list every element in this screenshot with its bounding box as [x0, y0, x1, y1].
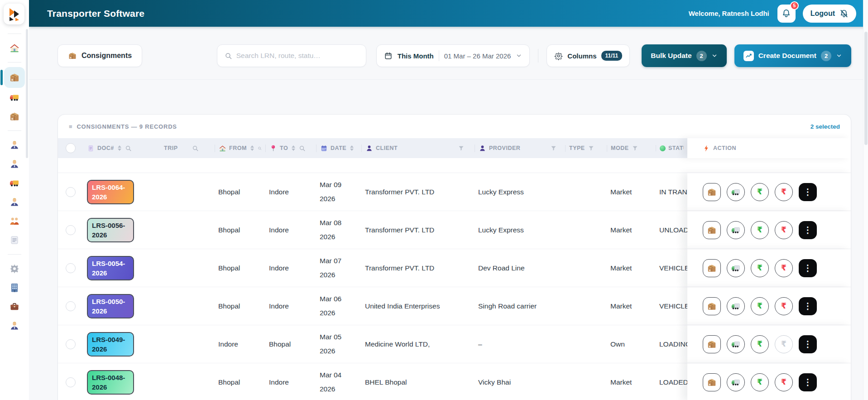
row-checkbox[interactable] — [66, 187, 76, 197]
status-cell: VEHICLE — [656, 302, 687, 310]
bulk-update-button[interactable]: Bulk Update 2 — [642, 44, 726, 67]
sidebar-item-drivers[interactable] — [4, 193, 25, 212]
table-row[interactable]: LRS-0056-2026 Bhopal Indore Mar 08 2026 … — [58, 211, 851, 249]
income-rupee-button[interactable]: ₹ — [751, 221, 769, 239]
sidebar-item-clients[interactable] — [4, 135, 25, 154]
create-document-button[interactable]: Create Document 2 — [734, 44, 851, 67]
sort-icon[interactable] — [250, 145, 254, 151]
column-header-doc[interactable]: DOC# — [83, 145, 160, 152]
vehicle-action-button[interactable] — [727, 335, 745, 353]
expense-rupee-button[interactable]: ₹ — [775, 221, 793, 239]
more-options-button[interactable]: ⋮ — [799, 373, 817, 391]
columns-button[interactable]: Columns 11/11 — [547, 44, 630, 67]
search-icon[interactable] — [125, 145, 132, 152]
row-checkbox[interactable] — [66, 225, 76, 235]
sidebar-item-company[interactable] — [4, 278, 25, 297]
income-rupee-button[interactable]: ₹ — [751, 297, 769, 315]
doc-number-badge[interactable]: LRS-0049-2026 — [87, 332, 134, 357]
expense-rupee-button[interactable]: ₹ — [775, 373, 793, 391]
sidebar-item-documents[interactable] — [4, 231, 25, 250]
notifications-button[interactable]: 5 — [777, 5, 796, 23]
package-action-button[interactable] — [703, 335, 721, 353]
sidebar-item-home[interactable] — [4, 39, 25, 58]
doc-number-badge[interactable]: LRS-0050-2026 — [87, 294, 134, 318]
doc-number-badge[interactable]: LRS-0064-2026 — [87, 180, 134, 204]
column-header-client[interactable]: CLIENT — [361, 145, 475, 152]
package-action-button[interactable] — [703, 373, 721, 391]
vehicle-action-button[interactable] — [727, 373, 745, 391]
row-checkbox[interactable] — [66, 301, 76, 311]
select-all-checkbox[interactable] — [66, 143, 76, 153]
column-header-provider[interactable]: PROVIDER — [475, 145, 565, 152]
search-icon[interactable] — [192, 145, 199, 152]
table-row[interactable]: LRS-0050-2026 Bhopal Indore Mar 06 2026 … — [58, 287, 851, 325]
column-header-trip[interactable]: TRIP — [160, 145, 215, 152]
search-icon[interactable] — [299, 145, 306, 152]
income-rupee-button[interactable]: ₹ — [751, 335, 769, 353]
filter-icon[interactable] — [550, 145, 557, 152]
column-header-status[interactable]: STATUS — [656, 145, 687, 151]
vehicle-action-button[interactable] — [727, 183, 745, 201]
vehicle-action-button[interactable] — [727, 297, 745, 315]
filter-icon[interactable] — [632, 145, 638, 152]
building-icon — [9, 282, 20, 293]
row-checkbox[interactable] — [66, 263, 76, 273]
sidebar-item-staff[interactable] — [4, 212, 25, 231]
filter-icon[interactable] — [458, 145, 465, 152]
row-checkbox[interactable] — [66, 377, 76, 387]
income-rupee-button[interactable]: ₹ — [751, 373, 769, 391]
sidebar-item-settings[interactable] — [4, 259, 25, 278]
search-icon[interactable] — [258, 145, 262, 152]
table-row[interactable]: LRS-0048-2026 Bhopal Indore Mar 04 2026 … — [58, 363, 851, 400]
doc-number-badge[interactable]: LRS-0048-2026 — [87, 370, 134, 395]
sidebar-item-vehicles[interactable] — [4, 173, 25, 193]
sidebar-item-trips[interactable] — [4, 88, 25, 107]
more-options-button[interactable]: ⋮ — [799, 259, 817, 277]
column-header-from[interactable]: FROM — [215, 145, 265, 152]
page-scrollbar-thumb[interactable] — [864, 32, 868, 145]
vehicle-action-button[interactable] — [727, 259, 745, 277]
column-header-mode[interactable]: MODE — [607, 145, 656, 152]
package-action-button[interactable] — [703, 183, 721, 201]
sidebar-item-business[interactable] — [4, 297, 25, 316]
sidebar-scrollbar[interactable] — [26, 29, 28, 158]
sidebar-item-shipments[interactable] — [4, 107, 25, 126]
table-row[interactable]: LRS-0064-2026 Bhopal Indore Mar 09 2026 … — [58, 173, 851, 211]
income-rupee-button[interactable]: ₹ — [751, 259, 769, 277]
expense-rupee-button[interactable]: ₹ — [775, 335, 793, 353]
doc-number-badge[interactable]: LRS-0054-2026 — [87, 256, 134, 280]
sidebar-item-profile[interactable] — [4, 316, 25, 335]
column-header-type[interactable]: TYPE — [565, 145, 607, 152]
expense-rupee-button[interactable]: ₹ — [775, 297, 793, 315]
more-options-button[interactable]: ⋮ — [799, 335, 817, 353]
income-rupee-button[interactable]: ₹ — [751, 183, 769, 201]
logout-button[interactable]: Logout — [803, 5, 856, 23]
column-header-date[interactable]: DATE — [316, 145, 361, 152]
page-scrollbar[interactable] — [863, 0, 868, 400]
table-row[interactable]: LRS-0054-2026 Bhopal Indore Mar 07 2026 … — [58, 249, 851, 287]
doc-number-badge[interactable]: LRS-0056-2026 — [87, 218, 134, 242]
more-options-button[interactable]: ⋮ — [799, 297, 817, 315]
row-checkbox[interactable] — [66, 339, 76, 349]
package-action-button[interactable] — [703, 297, 721, 315]
expense-rupee-button[interactable]: ₹ — [775, 183, 793, 201]
sidebar-item-consignments[interactable] — [4, 67, 25, 88]
gear-icon — [554, 52, 563, 60]
package-action-button[interactable] — [703, 221, 721, 239]
column-header-to[interactable]: TO — [265, 145, 316, 152]
sort-icon[interactable] — [350, 145, 354, 151]
app-logo[interactable] — [4, 4, 24, 24]
vehicle-action-button[interactable] — [727, 221, 745, 239]
search-input[interactable] — [236, 52, 359, 60]
sort-icon[interactable] — [292, 145, 295, 151]
date-filter[interactable]: This Month 01 Mar – 26 Mar 2026 — [376, 44, 530, 67]
more-options-button[interactable]: ⋮ — [799, 183, 817, 201]
more-options-button[interactable]: ⋮ — [799, 221, 817, 239]
sort-icon[interactable] — [118, 145, 121, 151]
package-action-button[interactable] — [703, 259, 721, 277]
expense-rupee-button[interactable]: ₹ — [775, 259, 793, 277]
filter-icon[interactable] — [588, 145, 595, 152]
consignments-chip[interactable]: Consignments — [58, 44, 142, 67]
sidebar-item-providers[interactable] — [4, 154, 25, 173]
table-row[interactable]: LRS-0049-2026 Indore Bhopal Mar 05 2026 … — [58, 325, 851, 363]
